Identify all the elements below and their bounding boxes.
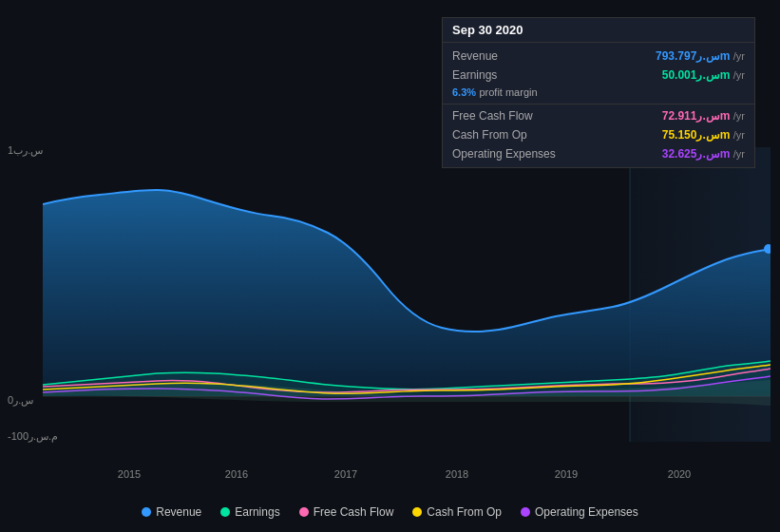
x-label-2017: 2017 — [334, 468, 357, 480]
tooltip-value-opex: 32.625س.رm /yr — [662, 147, 745, 161]
y-label-mid: 0س.ر — [8, 394, 33, 407]
legend-item-revenue[interactable]: Revenue — [142, 505, 201, 519]
tooltip-profit-margin: 6.3% profit margin — [443, 85, 754, 102]
legend-dot-opex — [521, 507, 530, 517]
legend-label-earnings: Earnings — [235, 505, 279, 519]
legend-dot-cfo — [412, 507, 422, 517]
x-label-2020: 2020 — [668, 468, 691, 480]
legend-label-opex: Operating Expenses — [535, 505, 638, 519]
tooltip-label-earnings: Earnings — [452, 68, 557, 82]
legend-dot-fcf — [299, 507, 309, 517]
tooltip-label-cfo: Cash From Op — [452, 128, 557, 142]
legend-item-fcf[interactable]: Free Cash Flow — [299, 505, 394, 519]
tooltip-label-fcf: Free Cash Flow — [452, 109, 557, 123]
legend-dot-revenue — [142, 507, 151, 517]
x-label-2016: 2016 — [225, 468, 248, 480]
tooltip-divider — [443, 104, 754, 104]
legend-dot-earnings — [220, 507, 230, 517]
legend-label-revenue: Revenue — [156, 505, 201, 519]
x-label-2019: 2019 — [555, 468, 578, 480]
tooltip-value-fcf: 72.911س.رm /yr — [662, 109, 745, 123]
x-label-2015: 2015 — [118, 468, 141, 480]
main-chart[interactable] — [43, 147, 770, 442]
tooltip-row-earnings: Earnings 50.001س.رm /yr — [443, 66, 754, 85]
tooltip-value-cfo: 75.150س.رm /yr — [662, 128, 745, 142]
tooltip-body: Revenue 793.797س.رm /yr Earnings 50.001س… — [443, 43, 754, 167]
tooltip-label-revenue: Revenue — [452, 49, 557, 63]
x-label-2018: 2018 — [446, 468, 468, 480]
legend-item-opex[interactable]: Operating Expenses — [521, 505, 638, 519]
tooltip-row-revenue: Revenue 793.797س.رm /yr — [443, 47, 754, 66]
y-label-top: 1س.رب — [8, 144, 43, 157]
legend-item-earnings[interactable]: Earnings — [220, 505, 279, 519]
tooltip-value-revenue: 793.797س.رm /yr — [656, 49, 745, 63]
legend-label-cfo: Cash From Op — [427, 505, 502, 519]
tooltip-row-fcf: Free Cash Flow 72.911س.رm /yr — [443, 106, 754, 125]
tooltip-card: Sep 30 2020 Revenue 793.797س.رm /yr Earn… — [442, 17, 755, 168]
chart-legend: Revenue Earnings Free Cash Flow Cash Fro… — [0, 505, 780, 519]
legend-label-fcf: Free Cash Flow — [314, 505, 394, 519]
tooltip-label-opex: Operating Expenses — [452, 147, 557, 161]
tooltip-date: Sep 30 2020 — [443, 18, 754, 43]
legend-item-cfo[interactable]: Cash From Op — [412, 505, 502, 519]
tooltip-row-cfo: Cash From Op 75.150س.رm /yr — [443, 125, 754, 144]
tooltip-row-opex: Operating Expenses 32.625س.رm /yr — [443, 144, 754, 163]
tooltip-value-earnings: 50.001س.رm /yr — [662, 68, 745, 82]
